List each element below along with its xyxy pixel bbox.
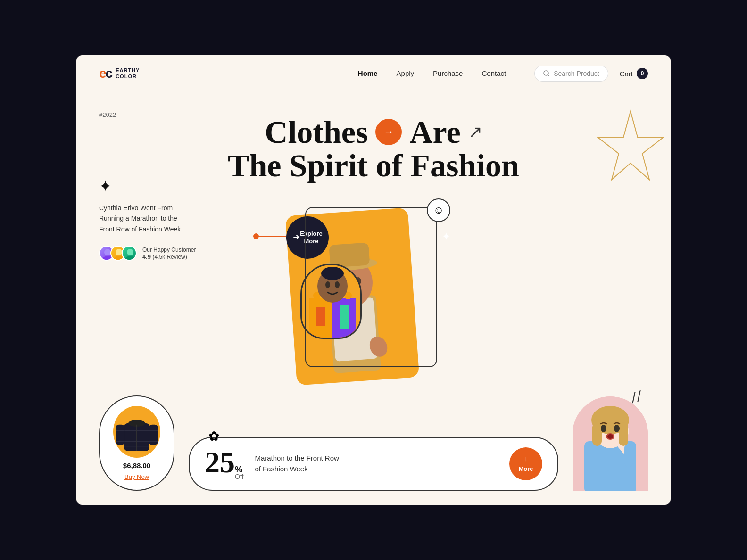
star-decoration <box>590 107 671 189</box>
cart-label: Cart <box>620 70 633 78</box>
bottom-right-area: ╱╱ <box>573 396 648 491</box>
svg-point-57 <box>607 434 613 439</box>
svg-rect-38 <box>149 425 158 445</box>
brand-name: EARTHY COLOR <box>116 67 140 80</box>
down-arrow-icon: ↓ <box>524 455 528 463</box>
cart-count-badge: 0 <box>637 68 648 79</box>
hero-title-line1: Clothes → Are ↗ <box>99 116 648 148</box>
logo-c-letter: c <box>106 66 112 81</box>
nav-link-apply[interactable]: Apply <box>397 69 415 77</box>
svg-line-1 <box>548 75 549 76</box>
main-photo-container: ☺ <box>300 207 437 367</box>
page-wrapper: e c EARTHY COLOR Home Apply Purchase Con… <box>76 55 671 505</box>
svg-point-54 <box>601 425 606 432</box>
svg-rect-48 <box>624 444 633 467</box>
more-button[interactable]: ↓ More <box>509 447 542 480</box>
promo-description: Marathon to the Front Row of Fashion Wee… <box>255 453 498 474</box>
year-tag: #2022 <box>99 111 116 118</box>
svg-point-0 <box>544 71 548 75</box>
arrow-circle-icon: → <box>375 119 402 145</box>
promo-banner: ✿ 25 % Off Marathon to the Front Row of … <box>189 437 558 491</box>
product-price: $6,88.00 <box>123 461 150 469</box>
nav-link-purchase[interactable]: Purchase <box>433 69 463 77</box>
svg-rect-53 <box>619 422 628 446</box>
discount-number: 25 <box>205 447 235 478</box>
smiley-badge: ☺ <box>427 198 450 222</box>
svg-rect-34 <box>116 425 125 445</box>
bottom-section: $6,88.00 Buy Now ✿ 25 % Off Marathon to … <box>76 386 671 505</box>
nav-link-home[interactable]: Home <box>358 69 378 77</box>
explore-line <box>258 236 286 237</box>
nav-item-home[interactable]: Home <box>358 69 378 78</box>
search-bar[interactable]: Search Product <box>534 66 608 82</box>
are-word: Are <box>409 116 460 148</box>
more-label: More <box>518 465 533 472</box>
exclaim-decoration: ╱╱ <box>630 390 643 403</box>
center-images: ☺ Explore More ✦ <box>99 198 648 367</box>
svg-rect-52 <box>592 422 602 446</box>
svg-marker-2 <box>598 111 664 180</box>
nav-item-apply[interactable]: Apply <box>397 69 415 78</box>
logo-e-letter: e <box>99 66 106 81</box>
nav-item-contact[interactable]: Contact <box>481 69 506 78</box>
search-icon <box>543 70 550 77</box>
right-bottom-figure <box>573 396 648 491</box>
navbar: e c EARTHY COLOR Home Apply Purchase Con… <box>76 55 671 92</box>
main-photo-frame: ☺ <box>305 207 437 367</box>
svg-point-55 <box>614 425 620 432</box>
sketch-arrow-icon: ↗ <box>468 124 482 140</box>
search-placeholder: Search Product <box>554 70 599 77</box>
cart-button[interactable]: Cart 0 <box>620 68 648 79</box>
logo[interactable]: e c EARTHY COLOR <box>99 66 140 81</box>
nav-item-purchase[interactable]: Purchase <box>433 69 463 78</box>
logo-icon: e c <box>99 66 112 81</box>
discount-group: 25 % Off <box>205 447 243 480</box>
hero-title: Clothes → Are ↗ The Spirit of Fashion <box>99 116 648 183</box>
product-image-area <box>113 406 160 458</box>
nav-link-contact[interactable]: Contact <box>481 69 506 77</box>
off-text: Off <box>235 473 243 480</box>
buy-now-button[interactable]: Buy Now <box>124 473 149 480</box>
nav-links: Home Apply Purchase Contact <box>358 69 506 78</box>
discount-off-text: % Off <box>235 465 243 480</box>
sparkle-icon: ✦ <box>99 177 196 195</box>
main-content: #2022 Clothes → Are ↗ The Spirit of Fash… <box>76 92 671 377</box>
clothes-word: Clothes <box>265 116 368 148</box>
flower-decoration: ✿ <box>208 428 219 444</box>
product-card: $6,88.00 Buy Now <box>99 395 174 491</box>
